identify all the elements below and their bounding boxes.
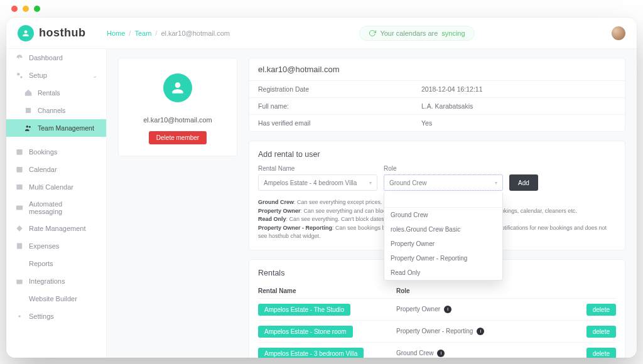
user-info-title: el.kar10@hotmail.com [249,58,625,81]
svg-rect-5 [16,149,22,155]
sidebar-item-automated-messaging[interactable]: Automated messaging [6,196,106,220]
brand-icon [18,25,34,41]
rental-name-dropdown[interactable]: Ampelos Estate - 4 bedroom Villa ▾ [258,174,377,191]
receipt-icon [15,242,24,250]
user-icon [170,80,186,96]
svg-point-3 [26,126,29,128]
svg-rect-9 [17,243,22,249]
sidebar: Dashboard Setup ⌄ Rentals Channels Team … [6,49,107,358]
rental-name-pill[interactable]: Ampelos Estate - Stone room [258,326,353,338]
breadcrumb-current: el.kar10@hotmail.com [161,29,230,37]
brand-logo[interactable]: hosthub [18,25,107,41]
window-minimize-dot[interactable] [23,6,29,12]
info-key: Registration Date [258,85,421,93]
svg-point-4 [29,126,31,128]
breadcrumb-team[interactable]: Team [134,29,151,37]
sync-icon [369,29,376,37]
profile-email: el.kar10@hotmail.com [130,116,225,124]
sidebar-item-multi-calendar[interactable]: Multi Calendar [6,178,106,196]
sidebar-item-bookings[interactable]: Bookings [6,143,106,161]
window-close-dot[interactable] [11,6,18,12]
rental-row: Ampelos Estate - 3 bedroom Villa Ground … [258,343,616,358]
profile-card: el.kar10@hotmail.com Delete member [118,58,237,156]
calendar-icon [15,165,24,174]
add-rental-panel: Add rental to user Rental Name Ampelos E… [249,141,625,250]
chevron-down-icon: ▾ [369,180,372,186]
info-value: 2018-12-04 16:12:11 [421,85,483,93]
rental-name-pill[interactable]: Ampelos Estate - 3 bedroom Villa [258,348,364,358]
rental-row: Ampelos Estate - Stone room Property Own… [258,321,616,343]
col-header-name: Rental Name [258,287,396,294]
sidebar-item-settings[interactable]: Settings [6,308,106,325]
add-rental-title: Add rental to user [258,150,616,159]
user-avatar[interactable] [612,26,625,40]
tools-icon [15,294,24,303]
delete-member-button[interactable]: Delete member [149,131,207,144]
role-label: Role [384,165,503,172]
tag-icon [15,224,24,233]
svg-point-0 [17,73,20,76]
sidebar-item-calendar[interactable]: Calendar [6,161,106,178]
delete-rental-button[interactable]: delete [586,348,616,358]
rentals-table-header: Rental Name Role [258,284,616,299]
role-dropdown-search[interactable] [384,193,502,208]
chevron-down-icon: ⌄ [92,72,97,79]
sidebar-item-team-management[interactable]: Team Management [6,119,106,137]
role-dropdown[interactable]: Ground Crew ▾ [384,174,503,191]
svg-point-1 [20,76,23,78]
svg-rect-10 [16,280,22,284]
svg-rect-8 [16,206,23,210]
delete-rental-button[interactable]: delete [586,304,616,316]
delete-rental-button[interactable]: delete [586,326,616,338]
rental-row: Ampelos Estate - The Studio Property Own… [258,299,616,321]
info-icon[interactable]: i [444,306,451,313]
info-icon[interactable]: i [437,350,445,357]
app-body: Dashboard Setup ⌄ Rentals Channels Team … [6,49,637,358]
breadcrumb: Home / Team / el.kar10@hotmail.com [107,29,230,37]
info-key: Full name: [258,102,421,110]
brand-name: hosthub [39,26,85,40]
sidebar-item-setup[interactable]: Setup ⌄ [6,67,106,84]
info-key: Has verified email [258,119,421,127]
sidebar-item-rentals[interactable]: Rentals [6,84,106,102]
col-header-role: Role [396,287,578,294]
role-option[interactable]: Read Only [384,265,502,280]
role-option[interactable]: roles.Ground Crew Basic [384,222,502,237]
gauge-icon [15,53,24,62]
sidebar-item-website-builder[interactable]: Website Builder [6,290,106,308]
breadcrumb-home[interactable]: Home [107,29,125,37]
sidebar-item-reports[interactable]: Reports [6,255,106,272]
header-bar: hosthub Home / Team / el.kar10@hotmail.c… [6,18,637,49]
table-icon [15,183,24,191]
role-option[interactable]: Property Owner [384,237,502,251]
info-icon[interactable]: i [477,328,484,335]
rental-name-pill[interactable]: Ampelos Estate - The Studio [258,304,350,316]
window-zoom-dot[interactable] [34,6,40,12]
add-button[interactable]: Add [509,174,538,191]
role-option[interactable]: Ground Crew [384,208,502,222]
sync-status-prefix: Your calendars are [380,29,438,37]
sidebar-item-rate-management[interactable]: Rate Management [6,220,106,237]
sidebar-item-integrations[interactable]: Integrations [6,272,106,290]
role-dropdown-menu: Ground Crewroles.Ground Crew BasicProper… [384,193,503,281]
gears-icon [15,71,24,80]
info-row: Full name:L.A. Karabatsakis [249,98,625,115]
info-row: Has verified emailYes [249,115,625,131]
sync-status-pill: Your calendars are syncing [359,26,474,41]
svg-point-11 [18,315,21,318]
envelope-icon [15,203,24,212]
rental-name-label: Rental Name [258,165,377,172]
svg-rect-7 [16,185,22,190]
sidebar-item-dashboard[interactable]: Dashboard [6,49,106,67]
info-value: Yes [421,119,432,127]
sidebar-item-channels[interactable]: Channels [6,102,106,119]
rental-role: Property Owner - Reporting [396,328,473,335]
users-icon [24,124,33,132]
rental-role: Ground Crew [396,350,433,356]
role-option[interactable]: Property Owner - Reporting [384,251,502,265]
rental-role: Property Owner [396,306,440,313]
store-icon [15,277,24,286]
gear-icon [15,312,24,321]
sidebar-item-expenses[interactable]: Expenses [6,237,106,255]
building-icon [24,106,33,115]
